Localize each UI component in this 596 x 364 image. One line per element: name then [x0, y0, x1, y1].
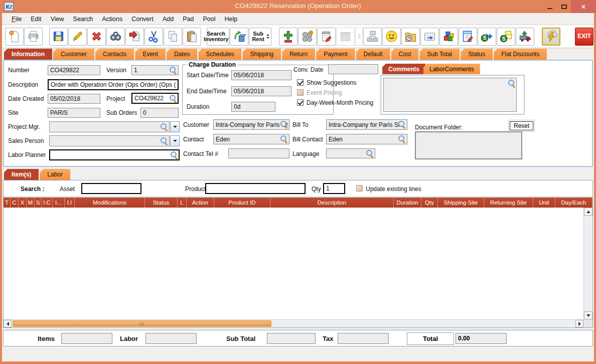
tab-default[interactable]: Default — [356, 49, 390, 60]
start-date-field[interactable] — [231, 70, 291, 80]
menu-view[interactable]: View — [46, 14, 69, 24]
tab-labor[interactable]: Labor — [40, 169, 70, 180]
tab-information[interactable]: Information — [4, 49, 52, 60]
menu-add[interactable]: Add — [158, 14, 178, 24]
col-day-each[interactable]: Day/Each — [555, 198, 592, 208]
project-lookup-icon[interactable] — [170, 95, 177, 102]
minimize-button[interactable] — [543, 0, 557, 13]
scroll-up-button[interactable] — [584, 208, 592, 216]
sub-rent-dropdown-icon[interactable] — [266, 35, 269, 39]
find-button[interactable] — [106, 28, 125, 46]
grid-body[interactable] — [4, 208, 583, 319]
contact-lookup-icon[interactable] — [280, 135, 288, 143]
search-inventory-button[interactable]: Search Inventory — [207, 28, 229, 46]
quick-action-button[interactable] — [542, 28, 560, 46]
labor-planner-lookup-icon[interactable] — [171, 151, 178, 159]
dwm-pricing-checkbox[interactable] — [297, 99, 304, 106]
tab-sub-total[interactable]: Sub Total — [419, 49, 460, 60]
col-action[interactable]: Action — [187, 198, 214, 208]
menu-search[interactable]: Search — [69, 14, 98, 24]
col-ii[interactable]: I.I — [65, 198, 75, 208]
tab-payment[interactable]: Payment — [316, 49, 355, 60]
end-date-field[interactable] — [231, 86, 291, 96]
org-chart-button[interactable] — [363, 28, 382, 46]
col-x[interactable]: X — [19, 198, 27, 208]
col-c[interactable]: C — [11, 198, 19, 208]
scrollbar-thumb[interactable] — [13, 320, 271, 327]
col-status[interactable]: Status — [145, 198, 178, 208]
vertical-scrollbar[interactable] — [583, 208, 592, 319]
menu-pool[interactable]: Pool — [198, 14, 220, 24]
col-s[interactable]: S — [35, 198, 42, 208]
col-t[interactable]: T — [4, 198, 11, 208]
menu-file[interactable]: File — [7, 14, 26, 24]
folder-time-button[interactable] — [401, 28, 420, 46]
col-l[interactable]: L — [178, 198, 187, 208]
copy-button[interactable] — [164, 28, 182, 46]
new-button[interactable] — [5, 28, 24, 46]
contact-field[interactable] — [213, 134, 289, 144]
document-folder-box[interactable] — [415, 131, 522, 159]
blocks-button[interactable] — [439, 28, 458, 46]
key-send-button[interactable] — [420, 28, 439, 46]
tab-return[interactable]: Return — [282, 49, 315, 60]
project-mgr-lookup-icon[interactable] — [161, 123, 168, 131]
tab-customer[interactable]: Customer — [53, 49, 94, 60]
menu-actions[interactable]: Actions — [97, 14, 127, 24]
project-mgr-field[interactable] — [49, 121, 170, 132]
update-existing-checkbox[interactable] — [356, 185, 363, 192]
conv-date-field[interactable] — [328, 64, 378, 74]
money-notes-button[interactable]: S — [497, 28, 515, 46]
language-lookup-icon[interactable] — [366, 150, 374, 157]
menu-pad[interactable]: Pad — [178, 14, 198, 24]
menu-help[interactable]: Help — [220, 14, 242, 24]
tab-flat-discounts[interactable]: Flat Discounts — [494, 49, 547, 60]
convert-button[interactable] — [230, 28, 248, 46]
project-mgr-dropdown[interactable] — [170, 121, 180, 132]
number-field[interactable] — [48, 65, 100, 75]
customer-lookup-icon[interactable] — [280, 121, 288, 128]
sales-person-lookup-icon[interactable] — [161, 137, 168, 145]
pool-button[interactable]: ? — [298, 28, 317, 46]
tab-shipping[interactable]: Shipping — [242, 49, 281, 60]
site-field[interactable] — [48, 108, 100, 118]
col-description[interactable]: Description — [270, 198, 394, 208]
qty-input[interactable] — [323, 183, 345, 194]
copy-special-button[interactable] — [125, 28, 144, 46]
paste-button[interactable] — [183, 28, 201, 46]
tab-schedules[interactable]: Schedules — [198, 49, 241, 60]
print-button[interactable] — [24, 28, 43, 46]
tab-event[interactable]: Event — [135, 49, 166, 60]
contact-tel-field[interactable] — [228, 148, 289, 158]
product-input[interactable] — [205, 183, 306, 194]
sales-person-field[interactable] — [49, 135, 170, 146]
maximize-button[interactable] — [557, 0, 571, 13]
menu-convert[interactable]: Convert — [127, 14, 158, 24]
sub-rent-button[interactable]: Sub Rent — [249, 28, 271, 46]
money-forward-button[interactable]: S — [478, 28, 496, 46]
tab-contacts[interactable]: Contacts — [95, 49, 134, 60]
col-modifications[interactable]: Modifications — [75, 198, 145, 208]
col-unit[interactable]: Unit — [533, 198, 555, 208]
exit-button[interactable]: EXIT — [575, 28, 593, 46]
edit-button[interactable] — [68, 28, 87, 46]
comments-textarea[interactable] — [383, 78, 517, 112]
horizontal-scrollbar[interactable] — [4, 319, 583, 327]
col-qty[interactable]: Qty — [421, 198, 438, 208]
asset-input[interactable] — [81, 183, 141, 194]
col-returning-site[interactable]: Returning Site — [484, 198, 533, 208]
bill-contact-lookup-icon[interactable] — [398, 135, 406, 143]
add-remove-button[interactable] — [279, 28, 297, 46]
cut-button[interactable] — [144, 28, 163, 46]
tab-status[interactable]: Status — [461, 49, 493, 60]
smiley-button[interactable] — [382, 28, 401, 46]
col-ic[interactable]: I.C — [42, 198, 53, 208]
bill-to-lookup-icon[interactable] — [398, 121, 406, 128]
tab-items[interactable]: Item(s) — [4, 169, 39, 180]
customer-field[interactable] — [213, 119, 289, 130]
tab-labor-comments[interactable]: LaborComments — [423, 64, 480, 74]
duration-field[interactable] — [231, 102, 275, 112]
bill-to-field[interactable] — [326, 119, 407, 130]
sub-orders-field[interactable] — [140, 108, 179, 118]
description-field[interactable] — [48, 79, 179, 90]
